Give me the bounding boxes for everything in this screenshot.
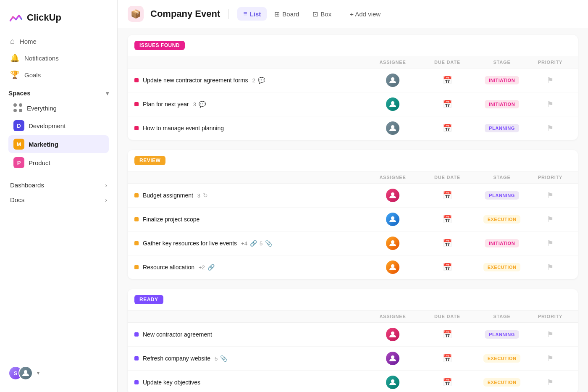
calendar-icon-7[interactable]: 📅 — [443, 263, 452, 272]
task-priority-4[interactable]: ⚑ — [529, 191, 571, 200]
task-priority-10[interactable]: ⚑ — [529, 378, 571, 387]
task-due-5[interactable]: 📅 — [420, 215, 475, 224]
flag-icon-6[interactable]: ⚑ — [547, 239, 554, 248]
calendar-icon-3[interactable]: 📅 — [443, 124, 452, 133]
spaces-label: Spaces — [8, 89, 31, 97]
task-priority-5[interactable]: ⚑ — [529, 215, 571, 224]
calendar-icon-1[interactable]: 📅 — [443, 76, 452, 85]
task-label-8: New contractor agreement — [143, 331, 212, 338]
flag-icon-9[interactable]: ⚑ — [547, 354, 554, 363]
task-dot-purple-8 — [134, 332, 139, 337]
calendar-icon-5[interactable]: 📅 — [443, 215, 452, 224]
task-priority-1[interactable]: ⚑ — [529, 76, 571, 85]
svg-point-6 — [391, 240, 394, 244]
task-priority-8[interactable]: ⚑ — [529, 330, 571, 339]
flag-icon-5[interactable]: ⚑ — [547, 215, 554, 224]
tab-list[interactable]: ≡ List — [237, 7, 267, 21]
flag-icon-4[interactable]: ⚑ — [547, 191, 554, 200]
sidebar-item-notifications[interactable]: 🔔 Notifications — [5, 50, 112, 66]
task-due-8[interactable]: 📅 — [420, 330, 475, 339]
sidebar-item-marketing[interactable]: M Marketing — [8, 135, 109, 153]
group-issues-label: ISSUES FOUND — [134, 41, 185, 50]
group-review-columns: ASSIGNEE DUE DATE STAGE PRIORITY — [128, 171, 578, 184]
spaces-header[interactable]: Spaces ▾ — [8, 89, 109, 97]
logo[interactable]: ClickUp — [0, 7, 117, 34]
calendar-icon-10[interactable]: 📅 — [443, 378, 452, 387]
add-view-button[interactable]: + Add view — [344, 8, 386, 21]
task-assignee-4 — [365, 189, 420, 202]
task-name-1: Update new contractor agreement forms 2 … — [134, 77, 365, 84]
task-dot-red — [134, 78, 139, 82]
stage-badge-5: EXECUTION — [483, 215, 521, 224]
task-label-3: How to manage event planning — [143, 125, 224, 132]
task-priority-9[interactable]: ⚑ — [529, 354, 571, 363]
task-priority-3[interactable]: ⚑ — [529, 124, 571, 133]
calendar-icon-2[interactable]: 📅 — [443, 100, 452, 109]
calendar-icon-6[interactable]: 📅 — [443, 239, 452, 248]
task-due-10[interactable]: 📅 — [420, 378, 475, 387]
tab-board[interactable]: ⊞ Board — [268, 7, 305, 21]
task-due-3[interactable]: 📅 — [420, 124, 475, 133]
task-due-7[interactable]: 📅 — [420, 263, 475, 272]
tab-box[interactable]: ⊡ Box — [307, 7, 337, 21]
sidebar-item-docs[interactable]: Docs › — [5, 193, 112, 207]
col-due-r: DUE DATE — [420, 175, 475, 180]
task-meta-7: +2 🔗 — [199, 264, 215, 271]
group-review-label: REVIEW — [134, 156, 165, 165]
sidebar-item-dashboards[interactable]: Dashboards › — [5, 178, 112, 192]
add-view-label: + Add view — [350, 11, 381, 18]
footer-chevron-icon[interactable]: ▾ — [37, 370, 39, 376]
box-tab-icon: ⊡ — [312, 10, 318, 18]
sidebar-item-product[interactable]: P Product — [8, 154, 109, 171]
group-ready: READY ASSIGNEE DUE DATE STAGE PRIORITY N… — [128, 289, 578, 392]
flag-icon-3[interactable]: ⚑ — [547, 124, 554, 133]
task-name-6: Gather key resources for live events +4 … — [134, 240, 365, 247]
calendar-icon-4[interactable]: 📅 — [443, 191, 452, 200]
group-ready-header: READY — [128, 289, 578, 310]
task-label-6: Gather key resources for live events — [143, 240, 237, 247]
task-due-6[interactable]: 📅 — [420, 239, 475, 248]
sidebar-item-development[interactable]: D Development — [8, 117, 109, 134]
task-priority-2[interactable]: ⚑ — [529, 100, 571, 109]
flag-icon-2[interactable]: ⚑ — [547, 100, 554, 109]
svg-point-9 — [391, 355, 394, 359]
flag-icon-10[interactable]: ⚑ — [547, 378, 554, 387]
task-stage-3: PLANNING — [475, 124, 529, 132]
app-name: ClickUp — [27, 12, 61, 23]
task-due-9[interactable]: 📅 — [420, 354, 475, 363]
project-title: Company Event — [150, 8, 220, 19]
group-ready-label: READY — [134, 295, 163, 304]
task-dot-yellow-4 — [134, 193, 139, 197]
calendar-icon-8[interactable]: 📅 — [443, 330, 452, 339]
task-priority-6[interactable]: ⚑ — [529, 239, 571, 248]
table-row: Finalize project scope 📅 EXECUTION ⚑ — [128, 208, 578, 232]
table-row: Plan for next year 3 💬 📅 INITIATION — [128, 92, 578, 116]
col-assignee-1: ASSIGNEE — [365, 60, 420, 65]
stage-badge-7: EXECUTION — [483, 263, 521, 271]
sidebar-item-home-label: Home — [20, 38, 37, 45]
table-row: Gather key resources for live events +4 … — [128, 232, 578, 255]
col-assignee-rd: ASSIGNEE — [365, 314, 420, 319]
task-meta-9: 5 📎 — [215, 355, 227, 362]
task-due-1[interactable]: 📅 — [420, 76, 475, 85]
task-name-10: Update key objectives — [134, 379, 365, 386]
task-stage-4: PLANNING — [475, 191, 529, 200]
avatar-task-8 — [386, 328, 399, 341]
flag-icon-1[interactable]: ⚑ — [547, 76, 554, 85]
sidebar-item-everything[interactable]: Everything — [8, 100, 109, 116]
flag-icon-8[interactable]: ⚑ — [547, 330, 554, 339]
user-avatars[interactable]: S — [8, 366, 33, 380]
sidebar-item-home[interactable]: ⌂ Home — [5, 34, 112, 49]
sidebar-item-goals-label: Goals — [24, 71, 41, 79]
task-priority-7[interactable]: ⚑ — [529, 263, 571, 272]
sidebar-item-goals[interactable]: 🏆 Goals — [5, 67, 112, 83]
bell-icon: 🔔 — [10, 53, 19, 63]
task-assignee-9 — [365, 352, 420, 365]
avatar-task-3 — [386, 121, 399, 135]
task-dot-purple-10 — [134, 380, 139, 384]
flag-icon-7[interactable]: ⚑ — [547, 263, 554, 272]
sidebar-item-notifications-label: Notifications — [24, 55, 59, 62]
calendar-icon-9[interactable]: 📅 — [443, 354, 452, 363]
task-due-2[interactable]: 📅 — [420, 100, 475, 109]
task-due-4[interactable]: 📅 — [420, 191, 475, 200]
